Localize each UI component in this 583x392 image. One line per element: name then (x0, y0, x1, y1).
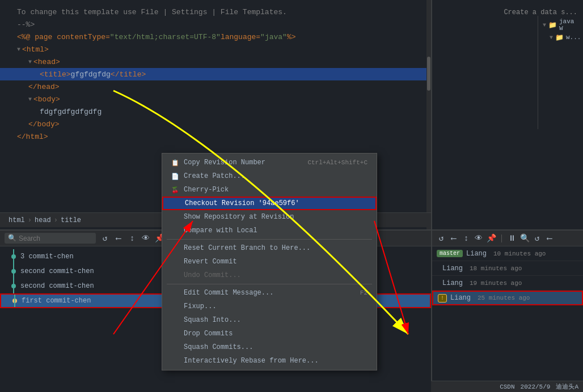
breadcrumb-html[interactable]: html (9, 216, 25, 224)
menu-item-reset-branch[interactable]: Reset Current Branch to Here... (162, 241, 377, 255)
menu-item-undo-commit[interactable]: Undo Commit... (162, 269, 377, 282)
code-line-1: To change this template use File | Setti… (0, 6, 431, 18)
code-line-2: --%> (0, 18, 431, 31)
code-line-3: <%@ page contentType="text/html;charset=… (0, 31, 431, 43)
commit-time-1: 10 minutes ago (493, 250, 546, 257)
commit-author-4: Liang (450, 294, 473, 302)
checkout-icon (172, 199, 180, 207)
context-menu: 📋 Copy Revision Number Ctrl+Alt+Shift+C … (162, 153, 377, 370)
breadcrumb-title[interactable]: title (61, 216, 81, 224)
menu-item-squash-commits[interactable]: Squash Commits... (162, 340, 377, 354)
scrollbar-thumb[interactable] (427, 57, 430, 91)
commit-text-4: first commit-chen (22, 297, 91, 305)
right-panel-bottom: ↺ ⟵ ↕ 👁 📌 ⏸ 🔍 ↺ ⟵ master Liang 10 minute… (432, 229, 583, 392)
warning-badge: ! (438, 294, 447, 302)
menu-item-compare-local[interactable]: Compare with Local (162, 224, 377, 237)
menu-item-edit-message[interactable]: Edit Commit Message... F2 (162, 286, 377, 300)
right-pause-icon[interactable]: ⏸ (508, 234, 517, 243)
commit-time-2: 18 minutes ago (470, 265, 522, 272)
menu-item-drop-commits[interactable]: Drop Commits (162, 327, 377, 340)
commit-author-3: Liang (442, 279, 465, 287)
code-line-4: ▼<html> (0, 43, 431, 56)
search-input[interactable] (19, 235, 92, 242)
file-tree: ▼ 📁 java W ▼ 📁 w... (538, 16, 583, 129)
commit-row-2[interactable]: Liang 18 minutes ago (432, 261, 583, 276)
right-redo-icon[interactable]: ⟵ (545, 234, 554, 243)
commits-table: master Liang 10 minutes ago Liang 18 min… (432, 246, 583, 305)
tree-item-java[interactable]: ▼ 📁 java W (538, 19, 583, 31)
right-pin-icon[interactable]: 📌 (487, 234, 496, 243)
eye-icon[interactable]: 👁 (141, 234, 150, 243)
right-undo-icon[interactable]: ↺ (533, 234, 542, 243)
commit-row-3[interactable]: Liang 19 minutes ago (432, 276, 583, 291)
code-line-11: </html> (0, 130, 431, 143)
menu-item-create-patch[interactable]: 📄 Create Patch... (162, 169, 377, 183)
menu-item-fixup[interactable]: Fixup... (162, 300, 377, 313)
right-bottom-toolbar: ↺ ⟵ ↕ 👁 📌 ⏸ 🔍 ↺ ⟵ (432, 231, 583, 246)
menu-item-copy-revision[interactable]: 📋 Copy Revision Number Ctrl+Alt+Shift+C (162, 156, 377, 169)
code-line-8: ▼<body> (0, 93, 431, 105)
right-refresh-icon[interactable]: ↺ (437, 234, 446, 243)
git-search-box[interactable]: 🔍 (5, 233, 96, 244)
menu-item-show-repo[interactable]: Show Repository at Revision (162, 210, 377, 224)
code-line-9: fdgfgdfgdfgdfg (0, 105, 431, 118)
commit-author-2: Liang (442, 265, 465, 272)
tree-item-w[interactable]: ▼ 📁 w... (538, 31, 583, 44)
menu-item-cherry-pick[interactable]: 🍒 Cherry-Pick (162, 183, 377, 197)
code-line-6[interactable]: <title>gfgfdgfdg</title> (0, 68, 431, 80)
master-badge: master (437, 250, 463, 257)
breadcrumb-head[interactable]: head (35, 216, 51, 224)
right-panel: Create a data s... ↺ ⟵ ↕ 👁 📌 ⏸ 🔍 ↺ ⟵ mas… (431, 0, 583, 392)
create-patch-icon: 📄 (171, 172, 179, 180)
status-bar: CSDN 2022/5/9 迪迪头A (431, 381, 583, 392)
code-line-7: </head> (0, 80, 431, 93)
date-text: 2022/5/9 (521, 384, 551, 390)
commit-time-3: 19 minutes ago (470, 280, 522, 287)
right-back-icon[interactable]: ⟵ (449, 234, 458, 243)
code-line-10: </body> (0, 118, 431, 130)
commit-author-1: Liang (466, 250, 489, 258)
copy-revision-icon: 📋 (171, 159, 179, 167)
search-icon: 🔍 (8, 234, 16, 242)
status-text: CSDN (500, 384, 514, 390)
sort-icon[interactable]: ↕ (128, 234, 137, 243)
refresh-icon[interactable]: ↺ (100, 234, 109, 243)
cherry-pick-icon: 🍒 (171, 186, 179, 194)
vertical-scrollbar[interactable] (426, 0, 431, 229)
menu-item-rebase[interactable]: Interactively Rebase from Here... (162, 354, 377, 368)
create-data-source-label[interactable]: Create a data s... (504, 8, 577, 16)
code-line-5: ▼<head> (0, 56, 431, 68)
right-arrow-icon[interactable]: ↕ (462, 234, 471, 243)
menu-separator-1 (167, 239, 372, 240)
menu-item-squash-into[interactable]: Squash Into... (162, 313, 377, 327)
watermark-text: 迪迪头A (556, 382, 578, 391)
menu-item-checkout-revision[interactable]: Checkout Revision '94ae59f6' (162, 197, 377, 210)
commit-row-1[interactable]: master Liang 10 minutes ago (432, 246, 583, 261)
commit-text-1: 3 commit-chen (20, 253, 74, 261)
commit-row-4[interactable]: ! Liang 25 minutes ago (432, 291, 583, 305)
menu-item-revert-commit[interactable]: Revert Commit (162, 255, 377, 269)
commit-text-3: second commit-chen (20, 282, 94, 290)
commit-time-4: 25 minutes ago (478, 295, 530, 301)
menu-separator-2 (167, 284, 372, 284)
commit-text-2: second commit-chen (20, 267, 94, 275)
back-icon[interactable]: ⟵ (114, 234, 123, 243)
right-search-icon[interactable]: 🔍 (520, 234, 529, 243)
right-eye-icon[interactable]: 👁 (474, 234, 483, 243)
